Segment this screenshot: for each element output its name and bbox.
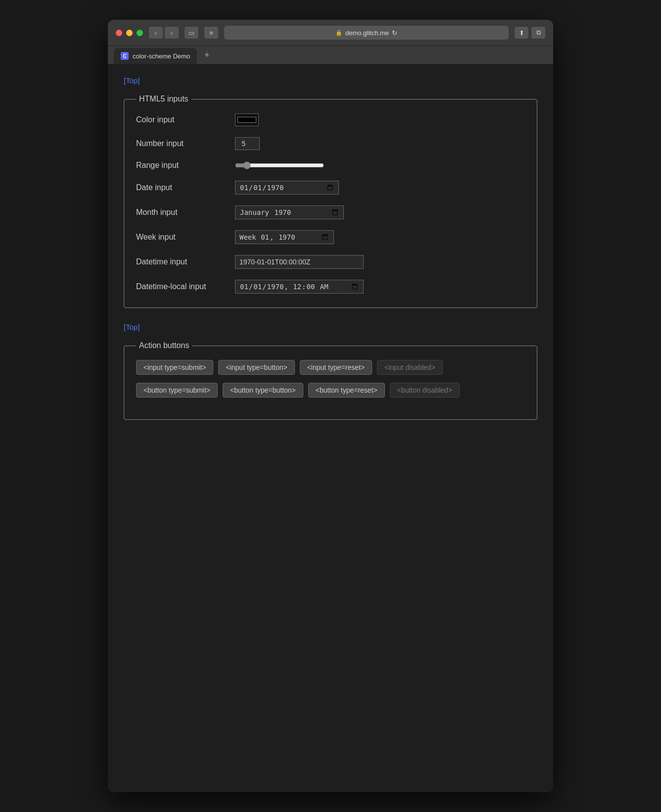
- top-link-1[interactable]: [Top]: [124, 76, 140, 85]
- button-reset-button[interactable]: <button type=reset>: [308, 383, 385, 398]
- week-input-row: Week input: [136, 230, 525, 244]
- range-label: Range input: [136, 161, 235, 170]
- color-input-row: Color input: [136, 113, 525, 126]
- color-input[interactable]: [235, 113, 259, 126]
- sidebar-button[interactable]: ▭: [185, 27, 198, 39]
- maximize-button[interactable]: [137, 30, 143, 36]
- sidebar-icon: ▭: [189, 29, 194, 37]
- action-buttons: ⬆ ⧉: [515, 27, 545, 39]
- forward-button[interactable]: ›: [165, 27, 179, 39]
- week-label: Week input: [136, 233, 235, 242]
- button-buttons-group: <button type=submit> <button type=button…: [136, 383, 525, 398]
- address-bar[interactable]: 🔒 demo.glitch.me ↻: [224, 26, 509, 40]
- tab-favicon: C: [121, 52, 129, 60]
- date-input-row: Date input: [136, 181, 525, 195]
- datetime-label: Datetime input: [136, 257, 235, 266]
- reload-icon[interactable]: ↻: [392, 29, 397, 37]
- action-buttons-legend: Action buttons: [136, 341, 192, 350]
- button-button-button[interactable]: <button type=button>: [223, 383, 303, 398]
- browser-window: ‹ › ▭ ≡ 🔒 demo.glitch.me ↻ ⬆ ⧉: [108, 20, 553, 792]
- input-submit-button[interactable]: [136, 360, 213, 375]
- top-link-2[interactable]: [Top]: [124, 323, 140, 331]
- page-content: [Top] HTML5 inputs Color input Number in…: [108, 64, 553, 792]
- hamburger-button[interactable]: ≡: [204, 27, 218, 39]
- html5-inputs-legend: HTML5 inputs: [136, 95, 191, 103]
- range-input-row: Range input: [136, 161, 525, 170]
- tab-overview-icon: ⧉: [536, 29, 541, 37]
- date-input[interactable]: [235, 181, 339, 195]
- forward-icon: ›: [171, 29, 173, 37]
- share-button[interactable]: ⬆: [515, 27, 528, 39]
- traffic-lights: [116, 30, 143, 36]
- number-input-row: Number input: [136, 137, 525, 150]
- input-disabled-button: [377, 360, 443, 375]
- button-submit-button[interactable]: <button type=submit>: [136, 383, 218, 398]
- tabbar: C color-scheme Demo +: [108, 46, 553, 64]
- url-text: demo.glitch.me: [345, 29, 389, 37]
- active-tab[interactable]: C color-scheme Demo: [114, 48, 197, 64]
- action-buttons-section: Action buttons <button type=submit> <but…: [124, 341, 537, 420]
- back-button[interactable]: ‹: [149, 27, 163, 39]
- number-input[interactable]: [235, 137, 260, 150]
- new-tab-icon: +: [204, 50, 210, 60]
- hamburger-icon: ≡: [209, 29, 213, 37]
- number-input-wrapper: [235, 137, 260, 150]
- input-buttons-group: [136, 360, 525, 375]
- datetime-input-row: Datetime input: [136, 255, 525, 269]
- lock-icon: 🔒: [335, 30, 342, 36]
- button-disabled-button: <button disabled>: [390, 383, 460, 398]
- datetime-local-label: Datetime-local input: [136, 282, 235, 291]
- color-input-wrapper: [235, 113, 259, 126]
- month-label: Month input: [136, 208, 235, 217]
- month-input[interactable]: [235, 205, 344, 219]
- back-icon: ‹: [155, 29, 157, 37]
- input-reset-button[interactable]: [300, 360, 372, 375]
- number-label: Number input: [136, 139, 235, 148]
- html5-inputs-section: HTML5 inputs Color input Number input Ra…: [124, 95, 537, 308]
- date-label: Date input: [136, 183, 235, 192]
- week-input[interactable]: [235, 230, 334, 244]
- month-input-row: Month input: [136, 205, 525, 219]
- input-button-button[interactable]: [218, 360, 294, 375]
- minimize-button[interactable]: [126, 30, 133, 36]
- datetime-local-input-row: Datetime-local input: [136, 280, 525, 294]
- tab-title: color-scheme Demo: [133, 52, 190, 60]
- color-label: Color input: [136, 115, 235, 124]
- share-icon: ⬆: [519, 29, 524, 37]
- tab-overview-button[interactable]: ⧉: [531, 27, 545, 39]
- nav-buttons: ‹ ›: [149, 27, 179, 39]
- range-input[interactable]: [235, 161, 324, 169]
- titlebar: ‹ › ▭ ≡ 🔒 demo.glitch.me ↻ ⬆ ⧉: [108, 20, 553, 46]
- datetime-input[interactable]: [235, 255, 364, 269]
- datetime-local-input[interactable]: [235, 280, 364, 294]
- close-button[interactable]: [116, 30, 122, 36]
- new-tab-button[interactable]: +: [201, 49, 213, 61]
